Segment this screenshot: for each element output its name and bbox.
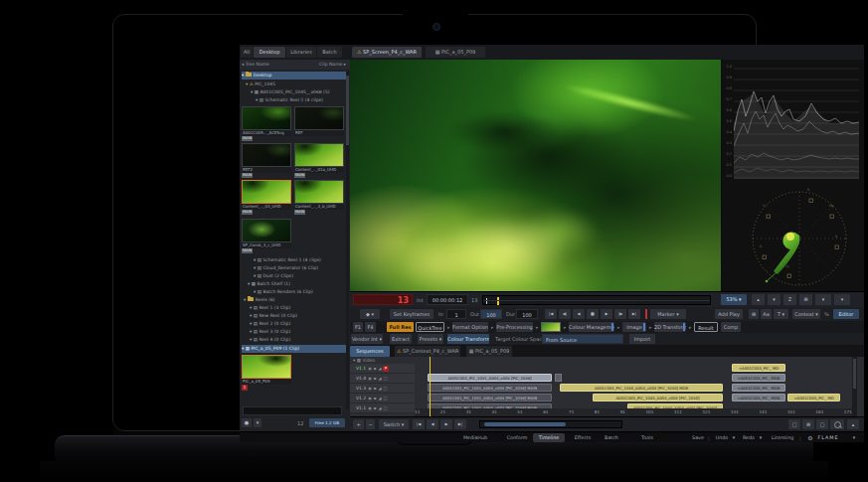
eye-icon[interactable]: ◉ [368,384,372,393]
colour-transform-button[interactable]: Colour Transform [447,334,489,344]
timeline-clip[interactable]: <A001C003_PIC_ MDB [732,384,785,392]
browser-tab-libraries[interactable]: Libraries [286,47,316,58]
browser-tab-desktop[interactable]: Desktop [254,47,285,58]
grid-tool-button[interactable]: ⊞ [749,309,759,319]
media-thumbnail-selected[interactable]: Content_.._03_UHD MAIN [242,180,291,215]
nav-next-button[interactable]: ▶ [440,419,452,429]
speaker-icon[interactable]: ◢ [378,374,381,383]
tree-item[interactable]: ▾ ▤ Dust (2 Clips) [254,272,358,280]
tree-item[interactable]: ▾ ⚠ PIC_1045 [246,80,350,88]
browser-search-input[interactable] [243,406,342,415]
timeline-clip[interactable]: <A001C003_PIC_ MDB [732,374,785,382]
nav-prev-button[interactable]: ◀ [427,419,438,429]
tree-item-desktop[interactable]: ▾ Desktop [242,72,348,80]
select-box-icon[interactable]: □ [384,403,388,412]
marker-dropdown[interactable]: Marker ▾ [650,309,686,319]
eye-icon[interactable]: ◉ [368,374,372,383]
timeline-clip[interactable]: A001C005_PIC_1040_A004_v003 [PIC_1040] M… [560,384,723,392]
f4-button[interactable]: F4 [365,322,376,332]
track-header[interactable]: V1.4◉▪◢□ [350,374,415,384]
pipeline-thumbnail[interactable] [541,322,561,332]
media-thumbnail[interactable]: Content_.._3_b_UHD MAIN [294,180,344,215]
tree-item-selected[interactable]: ▾ ▦ PIC_a_05_P09 (1 Clip) [242,345,348,353]
clip-name-header[interactable]: Clip Name ▸ [319,60,346,70]
colour-management-node[interactable]: Colour Management [569,322,614,332]
format-options-node[interactable]: Format Options [452,322,488,332]
viewer-option-dropdown-1[interactable]: ▾ [815,294,831,305]
full-res-button[interactable]: Full Res [387,322,414,332]
lock-icon[interactable]: ▪ [374,374,377,383]
out-field[interactable]: 100 [480,309,502,319]
tree-item[interactable]: ▾ ▤ Cloud_Generator (6 Clip) [254,264,358,272]
timecode-display[interactable]: 00:00:00:12 [427,294,468,305]
sequence-tab-1[interactable]: ⚠ SP_Context_P4_c_WAR [395,346,460,357]
tree-item[interactable]: ▾ ▤ Reel 4 (0 Clip) [250,336,354,344]
presets-dropdown[interactable]: Presets ▾ [418,334,443,344]
playback-mode-dropdown[interactable]: ◆ ▾ [360,309,380,319]
eye-icon[interactable]: ◉ [368,403,372,412]
tree-item[interactable]: ▾ ▤ Reel 3 (0 Clip) [250,328,354,336]
save-button[interactable]: Save [689,433,707,442]
track-header[interactable]: V1.1◉▪◢ P [350,364,415,374]
browser-tab-all[interactable]: All [241,47,253,58]
tl-tool-button-2[interactable]: ⊞ [802,419,814,429]
speaker-icon[interactable]: ◢ [378,403,381,412]
viewer-tab-2[interactable]: ▦ PIC_a_05_P09 [426,47,485,58]
play-button[interactable]: ▶ [601,309,612,319]
vendor-dropdown[interactable]: Vendor Int ▾ [351,334,383,344]
track-header[interactable]: V1.1◉▪◢□ [350,403,415,413]
tree-item[interactable]: ▾ ▤ Schematic Reel 1 (4 clips) [256,96,360,104]
in-field[interactable]: 1 [446,309,466,319]
tree-item[interactable]: ▾ ▦ Batch Shelf (1) [248,280,352,288]
viewer-zoom-dropdown[interactable]: 53% ▾ [721,294,747,305]
tl-search-button[interactable] [830,419,844,429]
context-dropdown[interactable]: Context ▾ [792,309,820,319]
timeline-clip[interactable]: <A001C003_PIC_ MD [732,364,785,372]
clip-handle[interactable] [555,374,562,382]
switch-dropdown[interactable]: Switch ▾ [379,419,409,429]
sequence-tab-2[interactable]: ▦ PIC_a_05_P09 [466,346,512,357]
type-dropdown[interactable]: T ▾ [774,309,788,319]
viewer-tool-grid[interactable]: ⊞ [799,294,812,305]
stop-button[interactable]: ■ [587,309,599,319]
import-button[interactable]: Import [629,334,655,344]
tl-tool-button-4[interactable]: ▴ [847,419,859,429]
tl-tool-button-1[interactable]: □ [788,419,800,429]
viewer-option-dropdown-2[interactable]: ▾ [834,294,850,305]
viewer-tool-down[interactable]: ▾ [768,294,781,305]
eye-icon[interactable]: ◉ [368,394,372,402]
next-frame-button[interactable]: |▶ [614,309,626,319]
browser-scrollbar[interactable] [346,72,349,409]
timeline-zoom-slider[interactable] [479,420,622,428]
tree-item[interactable]: ▾ ▤ Schematic Reel 1 (4 clips) [254,256,358,264]
select-box-icon[interactable]: □ [384,374,388,383]
dur-field[interactable]: 100 [516,309,538,319]
licensing-button[interactable]: Licensing [768,433,797,442]
play-reverse-button[interactable]: ◀ [573,309,585,319]
timeline-clip[interactable]: A001C001_PIC_1031_A004_v003 [PIC_1038] M… [428,394,552,402]
set-keyframes-button[interactable]: Set Keyframes [390,309,434,319]
scrub-bar[interactable] [482,295,711,305]
media-thumbnail-current[interactable]: PIC_a_05_P09 1 [242,355,291,390]
lock-icon[interactable]: ▪ [374,384,377,393]
add-play-button[interactable]: Add Play [715,309,743,319]
tab-mediahub[interactable]: MediaHub [459,433,491,442]
timeline-clip[interactable]: A001C005_PIC_1040_A004_v003 [PIC_1040] [593,394,723,402]
quicktree-button[interactable]: QuickTree [416,322,444,332]
extract-button[interactable]: Extract [390,334,412,344]
tab-tools[interactable]: Tools [637,433,657,442]
tree-item-reels[interactable]: ▾ Reels (6) [244,296,348,304]
nav-end-button[interactable]: ▶| [454,419,466,429]
timeline-clip-selected[interactable]: A001C001_PIC_1031_A004_v004 [PIC_1038] [428,374,552,382]
eye-icon[interactable]: ◉ [368,364,372,373]
go-to-start-button[interactable]: |◀ [545,309,557,319]
tl-remove-button[interactable]: − [366,419,375,429]
playhead[interactable] [430,357,431,416]
timeline-vscrollbar[interactable] [852,357,857,416]
preprocessing-node[interactable]: Pre-Processing [496,322,533,332]
timeline-clip[interactable]: <A001C003_PIC_ MDB [732,394,785,402]
tab-timeline[interactable]: Timeline [533,433,565,442]
tree-item[interactable]: ▾ ▦ A001C005_PIC_1045__v068 (5) [251,88,355,96]
sequences-tab[interactable]: Sequences [350,346,390,357]
tree-item[interactable]: ▾ ▤ New Reel (0 Clip) [250,312,354,320]
